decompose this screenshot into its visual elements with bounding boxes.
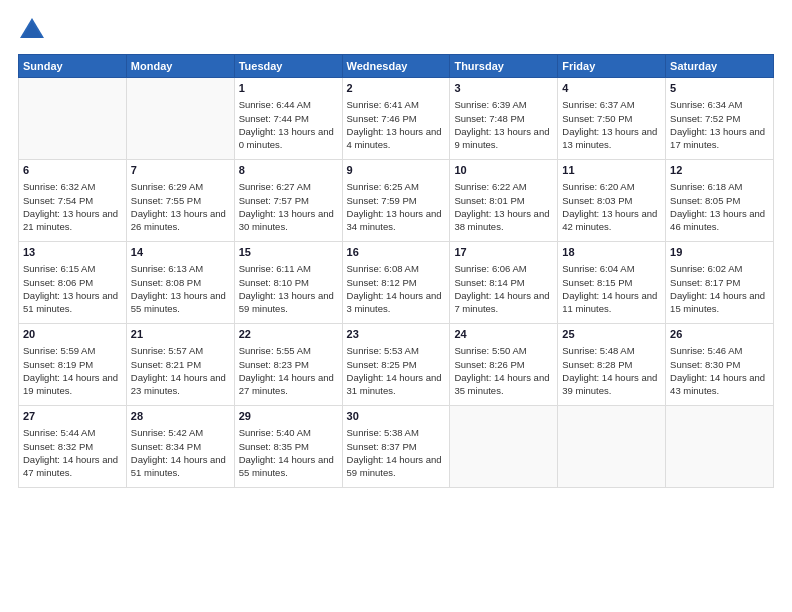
day-number: 29 <box>239 409 338 424</box>
day-info-text: Sunset: 8:25 PM <box>347 358 446 371</box>
calendar-cell: 15Sunrise: 6:11 AMSunset: 8:10 PMDayligh… <box>234 242 342 324</box>
day-info-text: Sunset: 8:06 PM <box>23 276 122 289</box>
day-info-text: Daylight: 13 hours and 0 minutes. <box>239 125 338 152</box>
day-info-text: Sunset: 8:05 PM <box>670 194 769 207</box>
day-info-text: Daylight: 14 hours and 19 minutes. <box>23 371 122 398</box>
day-info-text: Sunset: 8:26 PM <box>454 358 553 371</box>
day-info-text: Sunrise: 6:02 AM <box>670 262 769 275</box>
calendar-cell: 27Sunrise: 5:44 AMSunset: 8:32 PMDayligh… <box>19 406 127 488</box>
day-info-text: Daylight: 14 hours and 23 minutes. <box>131 371 230 398</box>
calendar-cell: 2Sunrise: 6:41 AMSunset: 7:46 PMDaylight… <box>342 78 450 160</box>
day-info-text: Sunrise: 5:59 AM <box>23 344 122 357</box>
day-info-text: Sunset: 8:03 PM <box>562 194 661 207</box>
day-number: 12 <box>670 163 769 178</box>
day-info-text: Sunrise: 5:50 AM <box>454 344 553 357</box>
calendar-cell: 11Sunrise: 6:20 AMSunset: 8:03 PMDayligh… <box>558 160 666 242</box>
calendar-cell: 19Sunrise: 6:02 AMSunset: 8:17 PMDayligh… <box>666 242 774 324</box>
calendar-cell: 29Sunrise: 5:40 AMSunset: 8:35 PMDayligh… <box>234 406 342 488</box>
day-number: 3 <box>454 81 553 96</box>
day-number: 24 <box>454 327 553 342</box>
day-info-text: Daylight: 13 hours and 30 minutes. <box>239 207 338 234</box>
day-info-text: Daylight: 13 hours and 51 minutes. <box>23 289 122 316</box>
day-number: 25 <box>562 327 661 342</box>
day-info-text: Sunrise: 5:46 AM <box>670 344 769 357</box>
day-info-text: Sunset: 8:28 PM <box>562 358 661 371</box>
day-info-text: Sunset: 8:15 PM <box>562 276 661 289</box>
day-info-text: Sunrise: 6:25 AM <box>347 180 446 193</box>
day-info-text: Daylight: 14 hours and 3 minutes. <box>347 289 446 316</box>
day-number: 15 <box>239 245 338 260</box>
day-info-text: Sunset: 8:10 PM <box>239 276 338 289</box>
day-number: 10 <box>454 163 553 178</box>
day-info-text: Sunset: 8:17 PM <box>670 276 769 289</box>
weekday-header-row: SundayMondayTuesdayWednesdayThursdayFrid… <box>19 55 774 78</box>
week-row-5: 27Sunrise: 5:44 AMSunset: 8:32 PMDayligh… <box>19 406 774 488</box>
calendar-cell: 17Sunrise: 6:06 AMSunset: 8:14 PMDayligh… <box>450 242 558 324</box>
day-info-text: Sunset: 8:34 PM <box>131 440 230 453</box>
calendar-cell: 3Sunrise: 6:39 AMSunset: 7:48 PMDaylight… <box>450 78 558 160</box>
day-info-text: Daylight: 13 hours and 26 minutes. <box>131 207 230 234</box>
weekday-header-saturday: Saturday <box>666 55 774 78</box>
day-number: 8 <box>239 163 338 178</box>
day-info-text: Sunset: 8:23 PM <box>239 358 338 371</box>
day-number: 7 <box>131 163 230 178</box>
weekday-header-sunday: Sunday <box>19 55 127 78</box>
logo-icon <box>18 16 46 44</box>
header <box>18 16 774 44</box>
calendar-cell: 28Sunrise: 5:42 AMSunset: 8:34 PMDayligh… <box>126 406 234 488</box>
calendar-cell: 5Sunrise: 6:34 AMSunset: 7:52 PMDaylight… <box>666 78 774 160</box>
day-info-text: Daylight: 13 hours and 38 minutes. <box>454 207 553 234</box>
day-number: 2 <box>347 81 446 96</box>
calendar-cell <box>666 406 774 488</box>
day-info-text: Sunset: 8:14 PM <box>454 276 553 289</box>
day-info-text: Daylight: 13 hours and 21 minutes. <box>23 207 122 234</box>
day-info-text: Sunrise: 5:57 AM <box>131 344 230 357</box>
page: SundayMondayTuesdayWednesdayThursdayFrid… <box>0 0 792 612</box>
day-number: 30 <box>347 409 446 424</box>
weekday-header-monday: Monday <box>126 55 234 78</box>
calendar-cell <box>450 406 558 488</box>
day-number: 20 <box>23 327 122 342</box>
calendar-cell: 25Sunrise: 5:48 AMSunset: 8:28 PMDayligh… <box>558 324 666 406</box>
calendar-cell: 20Sunrise: 5:59 AMSunset: 8:19 PMDayligh… <box>19 324 127 406</box>
calendar-table: SundayMondayTuesdayWednesdayThursdayFrid… <box>18 54 774 488</box>
day-info-text: Sunset: 8:32 PM <box>23 440 122 453</box>
calendar-cell <box>19 78 127 160</box>
day-info-text: Sunset: 7:46 PM <box>347 112 446 125</box>
day-number: 9 <box>347 163 446 178</box>
day-info-text: Sunrise: 6:13 AM <box>131 262 230 275</box>
weekday-header-wednesday: Wednesday <box>342 55 450 78</box>
day-info-text: Daylight: 14 hours and 27 minutes. <box>239 371 338 398</box>
day-number: 13 <box>23 245 122 260</box>
day-info-text: Daylight: 14 hours and 11 minutes. <box>562 289 661 316</box>
calendar-cell: 22Sunrise: 5:55 AMSunset: 8:23 PMDayligh… <box>234 324 342 406</box>
day-info-text: Sunrise: 5:55 AM <box>239 344 338 357</box>
day-info-text: Daylight: 13 hours and 9 minutes. <box>454 125 553 152</box>
day-number: 18 <box>562 245 661 260</box>
calendar-cell: 16Sunrise: 6:08 AMSunset: 8:12 PMDayligh… <box>342 242 450 324</box>
day-info-text: Sunrise: 6:34 AM <box>670 98 769 111</box>
day-info-text: Sunset: 7:54 PM <box>23 194 122 207</box>
calendar-cell: 24Sunrise: 5:50 AMSunset: 8:26 PMDayligh… <box>450 324 558 406</box>
day-info-text: Daylight: 13 hours and 4 minutes. <box>347 125 446 152</box>
day-info-text: Sunset: 7:52 PM <box>670 112 769 125</box>
day-info-text: Daylight: 13 hours and 13 minutes. <box>562 125 661 152</box>
calendar-cell: 14Sunrise: 6:13 AMSunset: 8:08 PMDayligh… <box>126 242 234 324</box>
day-info-text: Sunrise: 6:39 AM <box>454 98 553 111</box>
day-info-text: Sunset: 8:01 PM <box>454 194 553 207</box>
day-number: 11 <box>562 163 661 178</box>
day-number: 1 <box>239 81 338 96</box>
day-info-text: Sunrise: 6:41 AM <box>347 98 446 111</box>
calendar-cell: 1Sunrise: 6:44 AMSunset: 7:44 PMDaylight… <box>234 78 342 160</box>
week-row-1: 1Sunrise: 6:44 AMSunset: 7:44 PMDaylight… <box>19 78 774 160</box>
calendar-cell: 30Sunrise: 5:38 AMSunset: 8:37 PMDayligh… <box>342 406 450 488</box>
day-info-text: Sunrise: 5:53 AM <box>347 344 446 357</box>
logo <box>18 16 52 44</box>
calendar-cell <box>126 78 234 160</box>
day-info-text: Sunrise: 5:42 AM <box>131 426 230 439</box>
day-info-text: Daylight: 13 hours and 34 minutes. <box>347 207 446 234</box>
day-info-text: Daylight: 14 hours and 31 minutes. <box>347 371 446 398</box>
week-row-4: 20Sunrise: 5:59 AMSunset: 8:19 PMDayligh… <box>19 324 774 406</box>
weekday-header-tuesday: Tuesday <box>234 55 342 78</box>
day-info-text: Sunset: 8:30 PM <box>670 358 769 371</box>
